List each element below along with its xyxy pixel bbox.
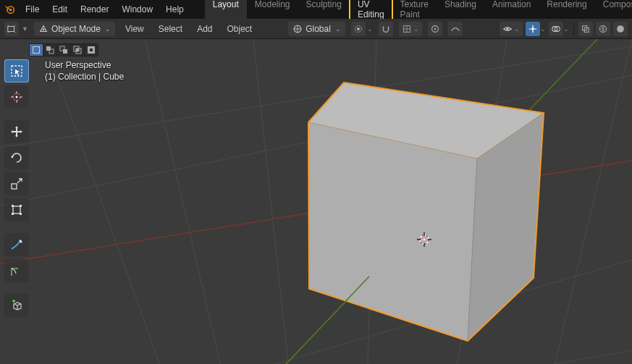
svg-rect-38 (63, 49, 67, 54)
svg-point-10 (506, 27, 509, 30)
chevron-down-icon[interactable]: ⌄ (540, 25, 546, 33)
header-menu-add[interactable]: Add (193, 24, 216, 34)
svg-rect-49 (12, 205, 14, 207)
svg-point-9 (434, 27, 437, 30)
proportional-type-icon[interactable] (448, 22, 463, 36)
context-label: (1) Collection | Cube (45, 71, 124, 82)
menu-window[interactable]: Window (115, 1, 159, 17)
top-menubar: File Edit Render Window Help Layout Mode… (0, 0, 632, 19)
tool-measure[interactable] (4, 259, 29, 282)
shading-wireframe-icon[interactable] (596, 22, 610, 36)
select-mode-extend-icon[interactable] (43, 44, 56, 56)
svg-rect-43 (90, 48, 93, 51)
menu-help[interactable]: Help (159, 1, 190, 17)
tool-cursor[interactable] (4, 85, 29, 109)
mode-label: Object Mode (51, 24, 101, 34)
select-mode-intersect-icon[interactable] (71, 44, 84, 56)
proportional-toggle-icon[interactable] (428, 22, 442, 36)
svg-rect-51 (12, 213, 14, 215)
mode-dropdown[interactable]: Object Mode ⌄ (34, 22, 115, 36)
header-menu-select[interactable]: Select (154, 24, 187, 34)
chevron-down-icon[interactable]: ⌄ (367, 25, 373, 33)
svg-rect-50 (20, 205, 22, 207)
gizmo-toggle-icon[interactable] (526, 22, 540, 36)
tool-move[interactable] (4, 120, 29, 143)
tool-transform[interactable] (4, 198, 29, 221)
svg-point-46 (16, 96, 18, 98)
editor-type-icon[interactable] (4, 22, 19, 36)
viewport-header: ▼ Object Mode ⌄ View Select Add Object G… (0, 19, 632, 39)
viewport-canvas (0, 39, 632, 364)
orientation-dropdown[interactable]: Global ⌄ (288, 22, 345, 36)
svg-rect-52 (20, 213, 22, 215)
tool-select-box[interactable] (4, 59, 29, 82)
header-menu-view[interactable]: View (121, 24, 148, 34)
menu-render[interactable]: Render (74, 1, 115, 17)
perspective-label: User Perspective (45, 59, 124, 71)
svg-rect-48 (13, 206, 20, 213)
tool-scale[interactable] (4, 172, 29, 195)
snap-toggle-icon[interactable] (379, 22, 393, 36)
menu-file[interactable]: File (19, 1, 46, 17)
chevron-down-icon[interactable]: ⌄ (563, 25, 569, 33)
snap-type-icon[interactable]: ⌄ (399, 22, 422, 36)
orientation-label: Global (306, 24, 331, 34)
svg-rect-47 (12, 184, 17, 189)
select-mode-box-icon[interactable] (30, 44, 43, 56)
svg-rect-35 (46, 46, 51, 51)
svg-point-17 (617, 25, 624, 33)
svg-rect-2 (8, 26, 14, 31)
viewport-info: User Perspective (1) Collection | Cube (45, 59, 124, 82)
blender-logo-icon[interactable] (4, 1, 16, 17)
tool-rotate[interactable] (4, 146, 29, 169)
svg-point-5 (357, 27, 360, 30)
3d-viewport[interactable]: User Perspective (1) Collection | Cube (0, 39, 632, 364)
svg-rect-41 (76, 48, 79, 51)
select-mode-subtract-icon[interactable] (57, 44, 70, 56)
menu-edit[interactable]: Edit (46, 1, 74, 17)
main-menu: File Edit Render Window Help (19, 1, 190, 17)
select-mode-strip (29, 43, 98, 56)
pivot-dropdown-icon[interactable] (351, 22, 366, 36)
chevron-down-icon: ⌄ (105, 25, 111, 33)
left-toolbar (4, 59, 29, 317)
chevron-down-icon: ⌄ (335, 25, 341, 33)
svg-rect-34 (33, 47, 40, 54)
tool-add-cube[interactable] (4, 294, 29, 317)
chevron-down-icon[interactable]: ▼ (22, 25, 28, 33)
shading-solid-icon[interactable] (613, 22, 628, 36)
header-menu-object[interactable]: Object (222, 24, 256, 34)
svg-point-3 (43, 28, 45, 30)
overlay-toggle-icon[interactable] (549, 22, 563, 36)
svg-point-11 (531, 27, 534, 30)
select-mode-invert-icon[interactable] (85, 44, 98, 56)
xray-toggle-icon[interactable] (578, 22, 593, 36)
visibility-dropdown-icon[interactable]: ⌄ (500, 22, 523, 36)
tool-annotate[interactable] (4, 233, 29, 256)
